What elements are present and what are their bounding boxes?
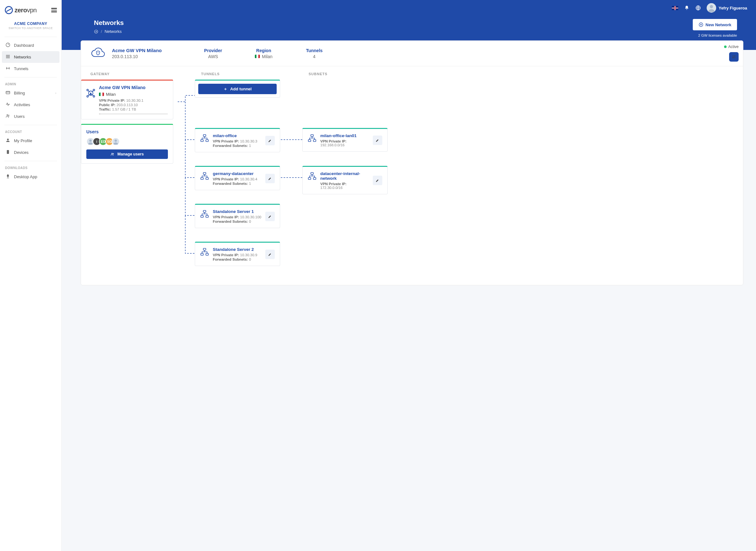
globe-icon[interactable] xyxy=(695,5,701,11)
device-icon xyxy=(5,149,11,155)
rocket-icon xyxy=(5,174,11,180)
edit-subnet-button[interactable] xyxy=(373,176,382,185)
language-flag-icon[interactable] xyxy=(672,6,678,10)
sidebar-item-label: Desktop App xyxy=(14,174,37,179)
company-switcher[interactable]: ACME COMPANY SWITCH TO ANOTHER SPACE xyxy=(0,20,61,34)
sidebar-item-label: Tunnels xyxy=(14,66,28,71)
edit-tunnel-button[interactable] xyxy=(265,174,275,183)
tunnel-name: Standalone Server 1 xyxy=(213,209,261,214)
traffic-progress xyxy=(99,113,168,115)
sidebar-item-devices[interactable]: Devices xyxy=(2,147,59,158)
column-heading-subnets: SUBNETS xyxy=(309,72,734,76)
network-icon xyxy=(308,172,316,181)
breadcrumb-current[interactable]: Networks xyxy=(105,29,122,34)
users-panel: Users i EO SG Manage users xyxy=(81,124,173,164)
tunnel-panel: milan-office VPN Private IP: 10.30.30.3 … xyxy=(195,128,280,152)
column-heading-gateway: GATEWAY xyxy=(90,72,201,76)
edit-tunnel-button[interactable] xyxy=(265,249,275,259)
sidebar-item-networks[interactable]: Networks xyxy=(2,51,59,63)
manage-users-button[interactable]: Manage users xyxy=(86,149,168,159)
flag-italy-icon xyxy=(99,93,104,96)
flag-italy-icon xyxy=(255,55,260,58)
add-tunnel-panel: Add tunnel xyxy=(195,80,280,98)
network-icon xyxy=(308,134,316,143)
sidebar-item-profile[interactable]: My Profile xyxy=(2,135,59,147)
status-badge: Active xyxy=(724,45,739,49)
settings-button[interactable] xyxy=(729,52,739,62)
gateway-name: Acme GW VPN Milano xyxy=(112,48,185,53)
edit-icon xyxy=(268,176,272,181)
logo-text: zerovpn xyxy=(15,7,37,14)
company-switch-label: SWITCH TO ANOTHER SPACE xyxy=(3,27,58,30)
stat-tunnels: Tunnels 4 xyxy=(292,48,336,59)
subnet-panel: milan-office-lan01 VPN Private IP: 192.1… xyxy=(302,128,388,152)
avatar xyxy=(111,137,120,146)
user-menu[interactable]: Yefry Figueroa xyxy=(707,3,747,13)
heartbeat-icon xyxy=(5,102,11,108)
card-icon xyxy=(5,90,11,96)
tunnel-panel: Standalone Server 2 VPN Private IP: 10.3… xyxy=(195,242,280,266)
tunnel-panel: Standalone Server 1 VPN Private IP: 10.3… xyxy=(195,204,280,228)
network-icon xyxy=(200,134,209,143)
stat-region: Region Milan xyxy=(242,48,286,59)
logo[interactable]: zerovpn xyxy=(4,6,37,15)
sidebar-item-activities[interactable]: Activities xyxy=(2,99,59,111)
tunnel-name: Standalone Server 2 xyxy=(213,247,261,252)
edit-subnet-button[interactable] xyxy=(373,135,382,145)
sliders-icon xyxy=(731,54,736,59)
cloud-shield-icon xyxy=(90,47,105,60)
bell-icon[interactable] xyxy=(684,5,690,11)
compass-icon xyxy=(94,29,98,34)
breadcrumb: / Networks xyxy=(94,29,124,34)
sidebar-item-desktop-app[interactable]: Desktop App xyxy=(2,171,59,183)
page-title: Networks xyxy=(94,19,124,27)
tunnel-name: milan-office xyxy=(213,133,261,138)
breadcrumb-separator: / xyxy=(101,29,102,34)
gateway-card-name: Acme GW VPN Milano xyxy=(99,85,168,90)
company-name: ACME COMPANY xyxy=(3,21,58,26)
network-icon xyxy=(200,172,209,181)
status-dot-icon xyxy=(724,45,727,48)
gauge-icon xyxy=(5,42,11,48)
edit-icon xyxy=(268,138,272,143)
nav-heading-account: ACCOUNT xyxy=(0,128,61,135)
sidebar-item-users[interactable]: Users xyxy=(2,111,59,122)
license-note: 2 GW licenses available xyxy=(693,33,737,37)
stat-provider: Provider AWS xyxy=(191,48,235,59)
plus-circle-icon xyxy=(699,22,704,27)
network-detail-card: Acme GW VPN Milano 203.0.113.10 Provider… xyxy=(81,40,743,285)
network-icon xyxy=(200,248,209,256)
subnet-name: datacenter-internal-network xyxy=(320,171,369,181)
nav-heading-admin: ADMIN xyxy=(0,80,61,87)
nav-heading-downloads: DOWNLOADS xyxy=(0,164,61,171)
sidebar-item-billing[interactable]: Billing› xyxy=(2,87,59,99)
logo-icon xyxy=(4,6,13,15)
person-icon xyxy=(5,138,11,144)
list-icon xyxy=(5,54,11,60)
new-network-button[interactable]: New Network xyxy=(693,19,737,30)
sidebar-item-label: Users xyxy=(14,114,25,119)
sidebar-item-dashboard[interactable]: Dashboard xyxy=(2,39,59,51)
user-avatars: i EO SG xyxy=(86,137,168,146)
gateway-panel: Acme GW VPN Milano Milan VPN Private IP:… xyxy=(81,80,173,119)
users-icon xyxy=(5,113,11,119)
users-title: Users xyxy=(86,129,168,134)
chevron-right-icon: › xyxy=(55,91,56,95)
users-icon xyxy=(110,152,115,156)
sidebar-item-label: Networks xyxy=(14,55,31,59)
avatar xyxy=(707,3,716,13)
menu-toggle-icon[interactable] xyxy=(51,8,57,12)
edit-icon xyxy=(375,138,380,142)
sidebar-item-label: Devices xyxy=(14,150,28,155)
sidebar-item-label: Activities xyxy=(14,102,30,107)
sidebar-item-label: My Profile xyxy=(14,138,32,143)
user-name: Yefry Figueroa xyxy=(719,6,747,10)
tunnel-panel: germany-datacenter VPN Private IP: 10.30… xyxy=(195,166,280,190)
sidebar-item-tunnels[interactable]: Tunnels xyxy=(2,63,59,75)
edit-tunnel-button[interactable] xyxy=(265,136,275,145)
edit-tunnel-button[interactable] xyxy=(265,212,275,221)
gateway-ip: 203.0.113.10 xyxy=(112,54,185,59)
add-tunnel-button[interactable]: Add tunnel xyxy=(198,84,277,94)
edit-icon xyxy=(375,178,380,183)
sidebar-item-label: Dashboard xyxy=(14,43,34,48)
